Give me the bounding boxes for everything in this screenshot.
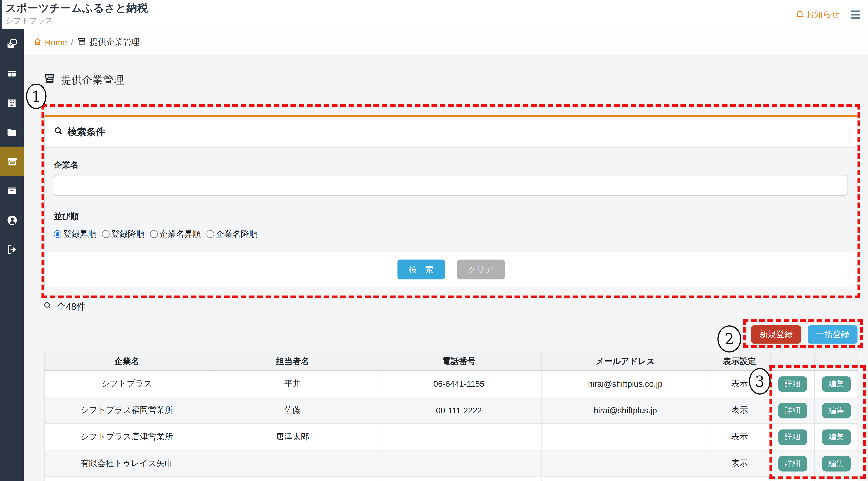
clear-button[interactable]: クリア	[457, 259, 504, 280]
sidebar-item-providers[interactable]	[0, 147, 24, 176]
detail-button[interactable]: 詳細	[778, 403, 807, 418]
col-person: 担当者名	[209, 353, 376, 370]
edit-button[interactable]: 編集	[822, 376, 850, 392]
search-count-icon	[43, 301, 52, 312]
logout-icon	[6, 243, 18, 255]
table-row: シフトプラス 平井 06-6441-1155 hirai@shiftplus.c…	[44, 370, 858, 397]
mail-copy-icon	[6, 38, 18, 50]
company-name-label: 企業名	[54, 160, 848, 170]
bulk-register-button[interactable]: 一括登録	[808, 325, 858, 344]
table-row: 有限会社トゥレイス矢巾 表示 詳細 編集	[44, 450, 858, 477]
col-company: 企業名	[44, 353, 209, 370]
breadcrumb-separator: /	[71, 37, 73, 47]
table-row: シフトプラス唐津営業所 唐津太郎 表示 詳細 編集	[44, 424, 858, 450]
radio-name-asc[interactable]: 企業名昇順	[150, 229, 201, 239]
radio-reg-asc[interactable]: 登録昇順	[54, 229, 96, 239]
sort-order-label: 並び順	[54, 212, 848, 222]
detail-button[interactable]: 詳細	[778, 376, 807, 392]
folder-icon	[6, 126, 18, 138]
box-icon	[6, 67, 18, 79]
bell-icon	[796, 9, 804, 20]
page-title: 提供企業管理	[43, 72, 868, 88]
table-row: シフトプラス福岡営業所 佐藤 00-111-2222 hirai@shiftpl…	[44, 397, 858, 424]
edit-button[interactable]: 編集	[822, 403, 850, 418]
register-actions-row: 新規登録 一括登録	[44, 325, 857, 344]
storefront-icon	[6, 155, 18, 167]
top-header: スポーツチームふるさと納税 シフトプラス お知らせ	[0, 0, 868, 29]
building-icon	[6, 97, 18, 108]
app-root: スポーツチームふるさと納税 シフトプラス お知らせ	[0, 0, 868, 481]
title-accent-bar	[0, 0, 2, 29]
sidebar-item-logout[interactable]	[0, 235, 24, 264]
radio-selected-icon	[54, 230, 61, 238]
new-register-button[interactable]: 新規登録	[751, 325, 801, 344]
sidebar-item-inbox[interactable]	[0, 176, 24, 205]
user-icon	[6, 214, 18, 226]
sidebar-item-account[interactable]	[0, 205, 24, 235]
table-row: 詳細 編集	[44, 477, 858, 481]
main-content: 提供企業管理 検索条件 企業名 並び順	[24, 56, 868, 481]
result-count-row: 全48件	[43, 301, 868, 312]
search-card-title: 検索条件	[67, 126, 105, 138]
sidebar	[0, 29, 24, 481]
page-title-label: 提供企業管理	[61, 73, 124, 87]
app-subtitle: シフトプラス	[5, 16, 53, 26]
col-edit	[814, 353, 858, 370]
detail-button[interactable]: 詳細	[778, 456, 807, 471]
radio-icon	[102, 230, 110, 238]
radio-icon	[207, 230, 214, 238]
radio-name-desc[interactable]: 企業名降順	[207, 229, 257, 239]
provider-table: 企業名 担当者名 電話番号 メールアドレス 表示設定 シフトプラス 平井 06-…	[44, 352, 858, 481]
edit-button[interactable]: 編集	[822, 429, 850, 445]
search-card: 検索条件 企業名 並び順 登録昇順 登録降順	[44, 115, 857, 287]
notice-label: お知らせ	[806, 9, 840, 20]
storefront-outline-icon	[77, 36, 87, 47]
breadcrumb-home-link[interactable]: Home	[33, 37, 67, 47]
col-display: 表示設定	[709, 353, 770, 370]
company-name-input[interactable]	[54, 175, 848, 196]
notice-link[interactable]: お知らせ	[796, 9, 840, 20]
col-detail	[770, 353, 814, 370]
detail-button[interactable]: 詳細	[778, 429, 807, 445]
result-count-label: 全48件	[56, 300, 86, 313]
sidebar-item-mail[interactable]	[0, 29, 24, 59]
drawer-icon	[6, 185, 18, 196]
sort-options: 登録昇順 登録降順 企業名昇順 企業名降順	[54, 229, 848, 239]
search-button[interactable]: 検 索	[397, 259, 445, 280]
sidebar-item-box[interactable]	[0, 59, 24, 88]
radio-reg-desc[interactable]: 登録降順	[102, 229, 145, 239]
search-card-header: 検索条件	[45, 117, 857, 147]
col-email: メールアドレス	[542, 353, 709, 370]
provider-table-wrap: 企業名 担当者名 電話番号 メールアドレス 表示設定 シフトプラス 平井 06-…	[44, 352, 857, 481]
edit-button[interactable]: 編集	[822, 456, 850, 471]
search-card-body: 企業名 並び順 登録昇順 登録降順	[45, 147, 857, 252]
sidebar-item-files[interactable]	[0, 117, 24, 147]
search-card-footer: 検 索 クリア	[45, 252, 857, 287]
app-title: スポーツチームふるさと納税	[5, 1, 148, 15]
col-phone: 電話番号	[376, 353, 542, 370]
breadcrumb-home-label: Home	[45, 37, 67, 47]
breadcrumb-current-label: 提供企業管理	[90, 37, 140, 47]
table-header-row: 企業名 担当者名 電話番号 メールアドレス 表示設定	[44, 353, 858, 370]
home-icon	[33, 37, 42, 47]
breadcrumb-current: 提供企業管理	[77, 36, 140, 47]
hamburger-menu-icon[interactable]	[850, 9, 861, 20]
breadcrumb: Home / 提供企業管理	[24, 29, 868, 56]
sidebar-item-company[interactable]	[0, 88, 24, 117]
storefront-title-icon	[43, 72, 56, 88]
search-card-wrap: 検索条件 企業名 並び順 登録昇順 登録降順	[44, 115, 857, 287]
radio-icon	[150, 230, 158, 238]
search-icon	[54, 126, 63, 138]
